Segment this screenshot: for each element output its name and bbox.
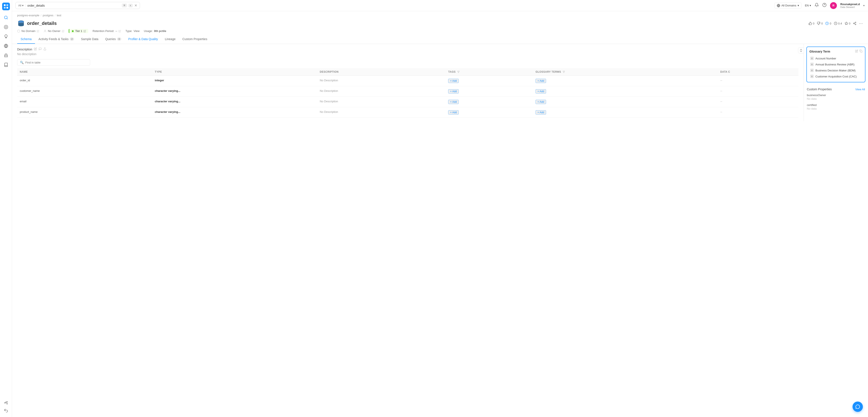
user-info[interactable]: Rounakpreet.d Data Steward (840, 3, 860, 8)
row-3-glossary: + Add (533, 97, 718, 107)
table-row: email character varying... No Descriptio… (17, 97, 799, 107)
tab-profiler[interactable]: Profiler & Data Quality (125, 35, 161, 44)
glossary-item-business-decision-maker[interactable]: ≡ Business Decision Maker (BDM) (809, 67, 862, 73)
type-label: Type: (125, 29, 132, 33)
glossary-item-annual-business-review[interactable]: ≡ Annual Business Review (ABR) (809, 61, 862, 67)
sidebar-icon-book[interactable] (2, 61, 10, 69)
table-search-icon: 🔍 (20, 61, 24, 64)
row-4-add-tag-button[interactable]: + Add (448, 110, 459, 115)
sidebar-icon-globe[interactable] (2, 42, 10, 50)
owner-meta[interactable]: No Owner (43, 29, 64, 33)
lang-selector[interactable]: EN ▾ (805, 4, 811, 7)
tab-lineage[interactable]: Lineage (161, 35, 179, 44)
sidebar-icon-governance[interactable] (2, 52, 10, 59)
thumbs-up-button[interactable]: 0 (809, 22, 814, 25)
svg-point-16 (18, 24, 24, 26)
timer-button[interactable]: 0.4 (834, 22, 842, 25)
svg-point-11 (7, 404, 7, 404)
view-all-link[interactable]: View All (855, 88, 865, 91)
row-2-glossary: + Add (533, 86, 718, 97)
tab-activity-label: Activity Feeds & Tasks (38, 37, 68, 41)
row-2-add-tag-button[interactable]: + Add (448, 89, 459, 94)
user-name: Rounakpreet.d (840, 3, 860, 6)
panel-toggle-button[interactable] (798, 47, 804, 54)
breadcrumb-postgres[interactable]: postgres (43, 14, 54, 17)
description-edit-icon[interactable] (34, 47, 37, 51)
thumbs-down-icon (817, 22, 820, 25)
sidebar-icon-explore[interactable] (2, 23, 10, 31)
chat-icon (855, 404, 860, 409)
tags-filter-icon[interactable]: ▽ (457, 70, 460, 73)
glossary-item-label: Customer Acquisition Cost (CAC) (815, 75, 857, 78)
row-1-add-tag-button[interactable]: + Add (448, 79, 459, 83)
table-search-field[interactable]: 🔍 (17, 59, 90, 66)
col-header-tags: TAGS ▽ (445, 68, 533, 76)
conversation-button[interactable]: 0 (825, 22, 831, 25)
row-1-data: -- (718, 76, 799, 86)
search-clear-button[interactable]: ✕ (134, 3, 137, 7)
globe-icon (777, 4, 780, 7)
breadcrumb-test[interactable]: test (57, 14, 61, 17)
glossary-item-account-number[interactable]: ≡ Account Number (809, 55, 862, 61)
metadata-row: No Domain No Owner Tier 1 Retention Peri… (12, 27, 868, 35)
sidebar-icon-back[interactable] (2, 407, 10, 414)
tab-activity-badge: 2 (70, 37, 74, 40)
domain-selector[interactable]: All Domains ▾ (774, 3, 802, 8)
row-3-name: email (17, 97, 152, 107)
row-4-add-glossary-button[interactable]: + Add (535, 110, 546, 115)
tab-queries[interactable]: Queries 0 (102, 35, 125, 44)
sidebar-icon-pipeline[interactable] (2, 399, 10, 407)
domain-icon (17, 30, 20, 33)
edit-tier-icon[interactable] (84, 30, 86, 32)
row-2-tags: + Add (445, 86, 533, 97)
custom-prop-name-label: certified (807, 103, 817, 107)
tab-schema[interactable]: Schema (17, 35, 35, 44)
schema-content: Description No description (12, 44, 868, 121)
svg-rect-2 (6, 4, 8, 6)
more-options-button[interactable]: ⋯ (859, 21, 863, 26)
description-suggest-icon[interactable] (39, 47, 42, 51)
main-area: All ▾ ⌘ K ✕ All Domains ▾ EN ▾ (12, 0, 868, 417)
domain-meta[interactable]: No Domain (17, 29, 39, 33)
search-filter-dropdown[interactable]: All ▾ (18, 4, 26, 7)
thumbs-down-button[interactable]: 0 (817, 22, 823, 25)
chevron-down-icon: ▾ (798, 4, 799, 7)
help-icon[interactable] (822, 3, 827, 8)
row-3-add-tag-button[interactable]: + Add (448, 100, 459, 104)
timer-icon (834, 22, 837, 25)
tab-sample[interactable]: Sample Data (78, 35, 102, 44)
avatar[interactable]: R (830, 2, 837, 9)
star-button[interactable]: 0 (845, 22, 850, 25)
notifications-icon[interactable] (814, 3, 819, 8)
share-button[interactable] (853, 22, 857, 25)
search-input[interactable] (27, 4, 120, 7)
app-logo[interactable] (2, 3, 10, 10)
glossary-edit-icon[interactable] (855, 50, 858, 53)
glossary-filter-icon[interactable]: ▽ (563, 70, 565, 73)
tier-badge[interactable]: Tier 1 (69, 29, 88, 33)
row-1-desc: No Description (317, 76, 446, 86)
glossary-item-customer-acquisition-cost[interactable]: ≡ Customer Acquisition Cost (CAC) (809, 73, 862, 79)
row-3-add-glossary-button[interactable]: + Add (535, 100, 546, 104)
retention-value: -- (116, 29, 117, 33)
user-chevron-icon[interactable]: ▾ (863, 4, 865, 7)
chat-bubble-button[interactable] (852, 402, 863, 412)
row-2-type: character varying... (152, 86, 317, 97)
table-search-input[interactable] (25, 61, 87, 64)
description-share-icon[interactable] (43, 47, 46, 51)
sidebar-icon-search[interactable] (2, 14, 10, 22)
tab-custom-props[interactable]: Custom Properties (179, 35, 211, 44)
glossary-copy-icon[interactable] (860, 50, 862, 53)
row-3-data: -- (718, 97, 799, 107)
edit-icon[interactable] (37, 30, 39, 32)
row-1-add-glossary-button[interactable]: + Add (535, 79, 546, 83)
breadcrumb-postgres-example[interactable]: postgres-example (17, 14, 39, 17)
edit-icon[interactable] (62, 30, 64, 32)
edit-icon[interactable] (119, 30, 121, 32)
svg-point-27 (44, 30, 46, 31)
tab-activity[interactable]: Activity Feeds & Tasks 2 (35, 35, 78, 44)
sidebar-icon-insights[interactable] (2, 33, 10, 40)
table-row: product_name character varying... No Des… (17, 107, 799, 118)
svg-point-22 (854, 23, 854, 24)
row-2-add-glossary-button[interactable]: + Add (535, 89, 546, 94)
